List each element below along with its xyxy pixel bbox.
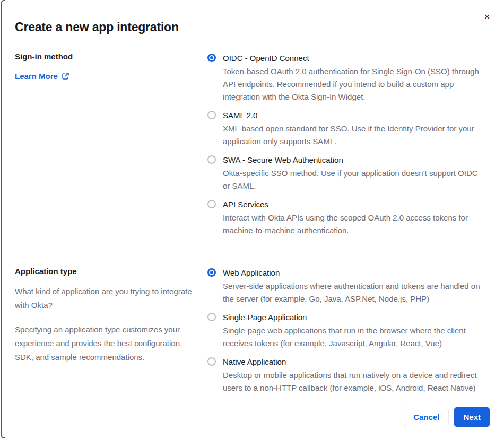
- radio-option-label[interactable]: Native Application: [223, 357, 286, 366]
- section-divider: [13, 252, 491, 252]
- radio-icon[interactable]: [207, 200, 216, 208]
- radio-option-description: Interact with Okta APIs using the scoped…: [223, 212, 483, 237]
- close-icon[interactable]: ✕: [481, 11, 493, 23]
- application-type-note: Specifying an application type customize…: [15, 323, 195, 364]
- radio-icon[interactable]: [207, 313, 216, 321]
- radio-option-api-services[interactable]: API Services Interact with Okta APIs usi…: [207, 198, 483, 237]
- radio-icon[interactable]: [207, 111, 216, 119]
- radio-option-saml[interactable]: SAML 2.0 XML-based open standard for SSO…: [207, 109, 483, 148]
- radio-option-description: Token-based OAuth 2.0 authentication for…: [223, 65, 483, 103]
- radio-option-swa[interactable]: SWA - Secure Web Authentication Okta-spe…: [207, 153, 483, 192]
- cancel-button[interactable]: Cancel: [404, 407, 449, 427]
- application-type-question: What kind of application are you trying …: [15, 285, 195, 312]
- create-app-integration-dialog: Create a new app integration Sign-in met…: [0, 0, 504, 394]
- radio-option-description: Server-side applications where authentic…: [223, 280, 483, 305]
- radio-option-single-page-application[interactable]: Single-Page Application Single-page web …: [207, 311, 483, 350]
- external-link-icon: [62, 72, 69, 80]
- radio-option-description: Single-page web applications that run in…: [223, 324, 483, 350]
- signin-method-label: Sign-in method: [15, 51, 195, 62]
- learn-more-label: Learn More: [15, 72, 58, 81]
- radio-option-label[interactable]: Single-Page Application: [223, 313, 307, 322]
- signin-method-section: Sign-in method Learn More OIDC - OpenID …: [15, 51, 491, 237]
- radio-option-label[interactable]: SAML 2.0: [223, 111, 257, 120]
- radio-option-description: XML-based open standard for SSO. Use if …: [223, 122, 483, 148]
- radio-option-label[interactable]: SWA - Secure Web Authentication: [223, 155, 343, 164]
- radio-icon[interactable]: [207, 54, 216, 62]
- radio-option-web-application[interactable]: Web Application Server-side applications…: [207, 266, 483, 305]
- radio-option-native-application[interactable]: Native Application Desktop or mobile app…: [207, 355, 483, 394]
- radio-icon[interactable]: [207, 357, 216, 366]
- radio-option-oidc[interactable]: OIDC - OpenID Connect Token-based OAuth …: [207, 51, 483, 103]
- application-type-section: Application type What kind of applicatio…: [15, 266, 491, 394]
- radio-option-label[interactable]: Web Application: [223, 268, 280, 277]
- application-type-label: Application type: [15, 266, 195, 277]
- next-button[interactable]: Next: [454, 407, 490, 427]
- radio-option-description: Okta-specific SSO method. Use if your ap…: [223, 167, 483, 192]
- learn-more-link[interactable]: Learn More: [15, 72, 69, 81]
- radio-icon[interactable]: [207, 155, 216, 164]
- radio-option-description: Desktop or mobile applications that run …: [223, 369, 483, 394]
- radio-option-label[interactable]: OIDC - OpenID Connect: [223, 54, 309, 63]
- radio-option-label[interactable]: API Services: [223, 200, 268, 209]
- page-title: Create a new app integration: [15, 20, 491, 34]
- radio-icon[interactable]: [207, 268, 216, 277]
- dialog-footer: Cancel Next: [404, 407, 490, 427]
